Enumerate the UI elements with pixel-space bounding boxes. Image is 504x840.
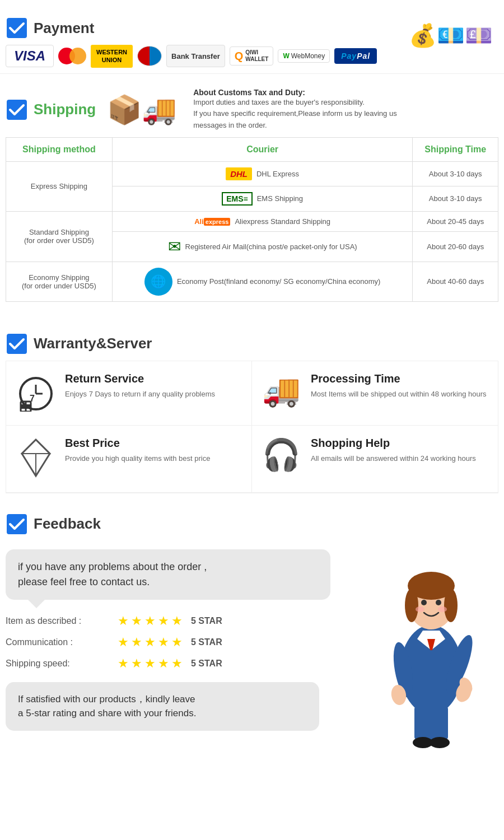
rating-row-shipping: Shipping speed: ★ ★ ★ ★ ★ 5 STAR [6, 656, 364, 671]
customs-info: About Customs Tax and Duty: Import dutie… [193, 88, 396, 132]
express-shipping-method: Express Shipping [6, 161, 113, 211]
col-shipping-method: Shipping method [6, 137, 113, 161]
best-price-icon [15, 437, 57, 481]
payment-title: Payment [34, 20, 94, 37]
svg-line-12 [22, 440, 36, 454]
ems-courier: EMS≡ EMS Shipping [112, 186, 413, 211]
rating-row-item: Item as described : ★ ★ ★ ★ ★ 5 STAR [6, 614, 364, 628]
warranty-item-price: Best Price Provide you high quality item… [6, 426, 252, 493]
warranty-header: Warranty&Server [6, 333, 498, 355]
economy-shipping-method: Economy Shipping(for order under USD5) [6, 262, 113, 301]
ratings-container: Item as described : ★ ★ ★ ★ ★ 5 STAR Com… [6, 614, 364, 671]
stars-item: ★ ★ ★ ★ ★ [118, 614, 183, 628]
bank-transfer-logo: Bank Transfer [166, 45, 225, 67]
feedback-header: Feedback [6, 513, 498, 535]
dhl-badge: DHL [226, 167, 252, 180]
stars-shipping: ★ ★ ★ ★ ★ [118, 656, 183, 671]
warranty-item-help: 🎧 Shopping Help All emails will be answe… [252, 426, 498, 493]
shipping-header: Shipping 📦🚚 About Customs Tax and Duty: … [6, 88, 498, 132]
shipping-image: 📦🚚 [107, 94, 176, 126]
return-service-text: Return Service Enjoys 7 Days to return i… [65, 372, 215, 400]
shopping-help-text: Shopping Help All emails will be answere… [311, 437, 476, 464]
table-row: Express Shipping DHL DHL Express About 3… [6, 161, 498, 186]
shipping-title: Shipping [34, 101, 96, 118]
ali-time: About 20-45 days [413, 211, 498, 231]
mastercard-logo [58, 46, 86, 66]
svg-point-27 [416, 606, 424, 612]
aliexpress-badge: Aliexpress [194, 217, 230, 226]
svg-point-28 [438, 606, 447, 612]
aliexpress-courier: Aliexpress Aliexpress Standard Shipping [112, 211, 413, 231]
svg-point-38 [430, 737, 450, 748]
ems-time: About 3-10 days [413, 186, 498, 211]
speech-bubble-2: If satisfied with our products，kindly le… [6, 682, 319, 731]
table-row: Economy Shipping(for order under USD5) 🌐… [6, 262, 498, 301]
svg-point-26 [436, 600, 441, 605]
feedback-content: if you have any problems about the order… [6, 541, 498, 754]
visa-logo: VISA [6, 45, 54, 67]
warranty-item-return: 7 Return Service Enjoys 7 Days to return… [6, 361, 252, 426]
warranty-title: Warranty&Server [34, 335, 152, 352]
svg-marker-11 [22, 440, 50, 454]
western-union-logo: WESTERNUNION [91, 45, 133, 68]
shipping-checkmark-icon [6, 99, 28, 121]
paypal-logo: PayPal [334, 48, 377, 64]
svg-line-16 [22, 454, 36, 476]
service-lady-container [364, 541, 498, 754]
shopping-help-icon: 🎧 [260, 437, 302, 473]
table-row: Standard Shipping(for order over USD5) A… [6, 211, 498, 231]
shipping-table: Shipping method Courier Shipping Time Ex… [6, 137, 498, 302]
economy-time: About 40-60 days [413, 262, 498, 301]
speech-bubble-1: if you have any problems about the order… [6, 549, 330, 600]
stars-communication: ★ ★ ★ ★ ★ [118, 635, 183, 650]
qiwi-logo: Q QIWIWALLET [230, 46, 274, 66]
dhl-courier: DHL DHL Express [112, 161, 413, 186]
svg-point-23 [405, 589, 418, 622]
col-courier: Courier [112, 137, 413, 161]
feedback-checkmark-icon [6, 513, 28, 535]
rating-row-communication: Communication : ★ ★ ★ ★ ★ 5 STAR [6, 635, 364, 650]
svg-point-25 [421, 600, 427, 605]
post-icon: ✉ [168, 237, 181, 256]
un-icon: 🌐 [144, 268, 172, 296]
svg-rect-36 [414, 706, 448, 740]
feedback-title: Feedback [34, 515, 101, 533]
standard-shipping-method: Standard Shipping(for order over USD5) [6, 211, 113, 262]
processing-time-icon: 🚚 [260, 372, 302, 409]
warranty-section: Warranty&Server 7 Return Service Enjoys … [0, 319, 504, 499]
warranty-grid: 7 Return Service Enjoys 7 Days to return… [6, 361, 498, 493]
processing-time-text: Processing Time Most Items will be shipp… [311, 372, 487, 400]
best-price-text: Best Price Provide you high quality item… [65, 437, 210, 464]
airmail-courier: ✉ Registered Air Mail(china post/e packe… [112, 231, 413, 262]
return-service-icon: 7 [15, 372, 57, 414]
feedback-section: Feedback if you have any problems about … [0, 499, 504, 759]
economy-courier: 🌐 Economy Post(finland economy/ SG econo… [112, 262, 413, 301]
ems-badge: EMS≡ [222, 192, 253, 206]
service-lady-icon [370, 541, 493, 754]
svg-line-17 [36, 454, 50, 476]
money-bags-icon: 💰💶💷 [409, 22, 493, 49]
feedback-left: if you have any problems about the order… [6, 541, 364, 754]
maestro-logo [137, 46, 162, 66]
svg-line-13 [36, 440, 50, 454]
dhl-time: About 3-10 days [413, 161, 498, 186]
webmoney-logo: WWebMoney [278, 49, 330, 63]
svg-point-24 [444, 589, 458, 622]
col-shipping-time: Shipping Time [413, 137, 498, 161]
warranty-item-processing: 🚚 Processing Time Most Items will be shi… [252, 361, 498, 426]
checkmark-icon [6, 17, 28, 39]
airmail-time: About 20-60 days [413, 231, 498, 262]
warranty-checkmark-icon [6, 333, 28, 355]
payment-section: Payment 💰💶💷 VISA WESTERNUNION Bank Trans… [0, 0, 504, 74]
shipping-section: Shipping 📦🚚 About Customs Tax and Duty: … [0, 74, 504, 319]
